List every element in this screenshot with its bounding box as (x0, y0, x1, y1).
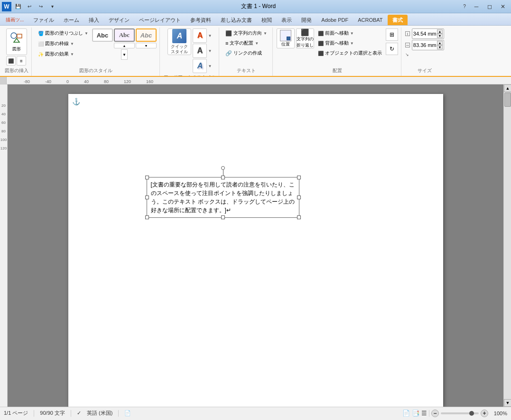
height-input[interactable]: 34.54 mm ▲ ▼ (412, 28, 444, 39)
height-up-btn[interactable]: ▲ (437, 29, 443, 34)
scroll-thumb[interactable] (504, 93, 511, 107)
zoom-percent[interactable]: 100% (490, 411, 507, 416)
wordart-fill-btn[interactable]: A (193, 28, 207, 43)
text-box-selected[interactable]: [文書の重要な部分を引用して読者の注意を引いたり、このスペースを使って注目ポイン… (147, 177, 299, 218)
quick-style-btn[interactable]: A クイックスタイル (167, 28, 191, 55)
shape-outline-btn[interactable]: ⬜ 図形の枠線 ▼ (36, 39, 91, 48)
shape-fill-btn[interactable]: 🪣 図形の塗りつぶし ▼ (36, 28, 91, 38)
align-rotate-col: ⊞ ↻ (386, 28, 398, 55)
rotate-btn[interactable]: ↻ (386, 43, 398, 55)
handle-botmid[interactable] (221, 215, 225, 219)
text-direction-btn[interactable]: ⬛ 文字列の方向 ▼ (223, 28, 269, 38)
wordart-fill-arrow[interactable]: ▼ (208, 34, 212, 38)
handle-botright[interactable] (297, 215, 301, 219)
tab-acrobat[interactable]: ACROBAT (353, 15, 387, 25)
tab-design[interactable]: デザイン (104, 15, 134, 25)
select-objects-btn[interactable]: ⬛ オブジェクトの選択と表示 (316, 48, 384, 58)
tab-drawtool[interactable]: 描画ツ... (1, 15, 28, 25)
customize-quick-btn[interactable]: ▾ (47, 2, 57, 11)
rotate-handle[interactable] (221, 166, 225, 170)
scroll-up-btn[interactable]: ▲ (504, 84, 511, 92)
zoom-plus-btn[interactable]: + (481, 410, 488, 417)
close-btn[interactable]: ✕ (497, 2, 509, 11)
handle-topright[interactable] (297, 176, 301, 179)
style-next-btn[interactable]: ▼ (136, 43, 157, 48)
tab-references[interactable]: 参考資料 (186, 15, 216, 25)
wordart-outline-arrow[interactable]: ▼ (208, 49, 212, 53)
width-up-btn[interactable]: ▲ (437, 41, 443, 45)
shape-edit-btn[interactable]: ⬛ (6, 56, 16, 65)
height-spinners: ▲ ▼ (437, 29, 443, 38)
send-back-arrow: ▼ (350, 41, 354, 46)
style-thumb-1[interactable]: Abc (92, 28, 113, 42)
tab-file[interactable]: ファイル (28, 15, 59, 25)
restore-btn[interactable]: ◻ (483, 2, 496, 11)
shape-effect-btn[interactable]: ✨ 図形の効果 ▼ (36, 49, 91, 59)
text-box-content[interactable]: [文書の重要な部分を引用して読者の注意を引いたり、このスペースを使って注目ポイン… (147, 177, 299, 217)
handle-midright[interactable] (297, 196, 301, 199)
scroll-track[interactable] (504, 92, 511, 399)
style-expand-btn[interactable]: ▼ (121, 49, 128, 60)
language[interactable]: 英語 (米国) (87, 410, 112, 417)
view-mode-btn-3[interactable]: ☰ (421, 410, 427, 417)
title-left: W 💾 ↩ ↪ ▾ (2, 2, 57, 11)
tab-adobepdf[interactable]: Adobe PDF (316, 15, 353, 25)
position-btn[interactable]: 位置 (277, 28, 295, 48)
tab-pagelayout[interactable]: ページレイアウト (134, 15, 186, 25)
shape-big-btn[interactable]: 図形 (6, 28, 27, 55)
bring-front-btn[interactable]: ⬛ 前面へ移動 ▼ (316, 28, 384, 38)
zoom-slider[interactable] (441, 412, 479, 414)
shape-menu-btn[interactable]: ≡ (17, 56, 26, 65)
handle-topmid[interactable] (221, 176, 225, 179)
wordart-outline-btn[interactable]: A (193, 44, 207, 58)
shape-effect-arrow: ▼ (70, 52, 74, 56)
ribbon-tabs: 描画ツ... ファイル ホーム 挿入 デザイン ページレイアウト 参考資料 差し… (0, 13, 511, 26)
height-down-btn[interactable]: ▼ (437, 34, 443, 38)
style-prev-btn[interactable]: ▲ (114, 43, 135, 48)
view-mode-btn-1[interactable]: 📄 (402, 410, 410, 417)
svg-rect-1 (17, 34, 22, 38)
view-mode-btn-2[interactable]: 📑 (412, 410, 419, 417)
spell-check-icon[interactable]: ✓ (77, 410, 81, 416)
handle-midleft[interactable] (145, 196, 149, 199)
size-group: ↕ 34.54 mm ▲ ▼ ↔ 83.36 mm ▲ (402, 28, 447, 76)
tab-developer[interactable]: 開発 (297, 15, 316, 25)
shape-insert-content: 図形 ⬛ ≡ (6, 28, 27, 66)
shape-insert-group: 図形 ⬛ ≡ 図形の挿入 (2, 28, 32, 76)
tab-home[interactable]: ホーム (59, 15, 84, 25)
scroll-down-btn[interactable]: ▼ (504, 399, 511, 407)
tab-format[interactable]: 書式 (388, 15, 408, 25)
text-link-btn[interactable]: 🔗 リンクの作成 (223, 48, 269, 58)
style-thumb-2[interactable]: Abc (114, 28, 135, 42)
wordart-effect-arrow[interactable]: ▼ (208, 64, 212, 68)
handle-topleft[interactable] (145, 176, 149, 179)
size-group-label: サイズ (405, 66, 444, 75)
handle-botleft[interactable] (145, 215, 149, 219)
minimize-btn[interactable]: ─ (470, 2, 483, 11)
text-link-label: リンクの作成 (233, 50, 262, 56)
send-back-btn[interactable]: ⬛ 背面へ移動 ▼ (316, 38, 384, 48)
wrap-btn[interactable]: ⬛ 文字列の折り返し (296, 28, 314, 48)
ruler-40: 40 (84, 79, 89, 84)
style-thumb-3[interactable]: Abc (136, 28, 157, 42)
tab-review[interactable]: 校閲 (257, 15, 277, 25)
save-quick-btn[interactable]: 💾 (13, 2, 23, 11)
zoom-slider-thumb[interactable] (469, 411, 474, 416)
rv-20: 20 (0, 103, 7, 112)
tab-insert[interactable]: 挿入 (84, 15, 104, 25)
track-changes-icon[interactable]: 📄 (124, 410, 131, 416)
align-btn[interactable]: ⊞ (386, 28, 398, 41)
wordart-effect-btn[interactable]: A (193, 59, 207, 73)
redo-quick-btn[interactable]: ↪ (36, 2, 46, 11)
help-btn[interactable]: ? (460, 2, 469, 11)
text-align-btn[interactable]: ≡ 文字の配置 ▼ (223, 38, 269, 48)
size-expand-icon[interactable]: ↘ (405, 52, 444, 57)
tab-mailings[interactable]: 差し込み文書 (216, 15, 257, 25)
undo-quick-btn[interactable]: ↩ (25, 2, 34, 11)
zoom-minus-btn[interactable]: − (431, 410, 439, 417)
width-down-btn[interactable]: ▼ (437, 45, 443, 49)
anchor-icon: ⚓ (72, 98, 80, 105)
status-bar: 1/1 ページ 90/90 文字 ✓ 英語 (米国) 📄 📄 📑 ☰ − + 1… (0, 407, 511, 419)
width-input[interactable]: 83.36 mm ▲ ▼ (412, 40, 444, 50)
tab-view[interactable]: 表示 (277, 15, 297, 25)
